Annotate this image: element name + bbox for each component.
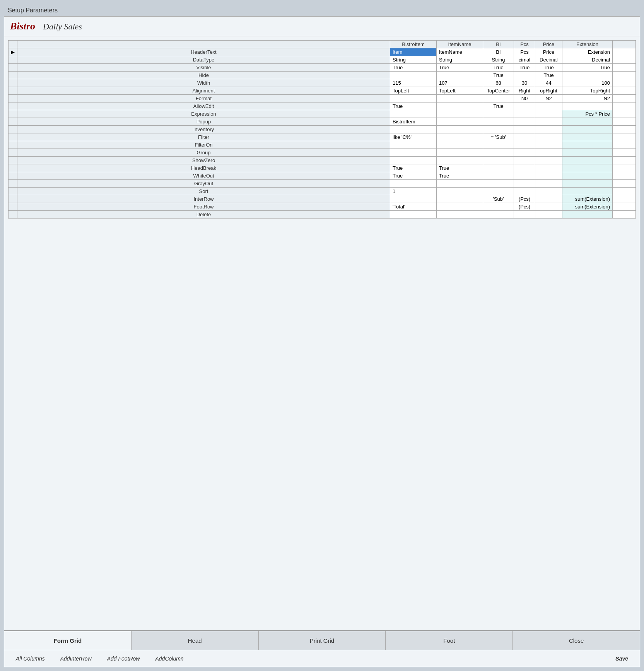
cell-price[interactable] bbox=[535, 195, 562, 203]
cell-bi[interactable] bbox=[483, 110, 514, 118]
table-row[interactable]: ShowZero bbox=[9, 157, 636, 164]
cell-extension[interactable]: 100 bbox=[562, 79, 613, 87]
cell-bi[interactable]: TopCenter bbox=[483, 87, 514, 95]
cell-bistroitem[interactable]: True bbox=[390, 64, 437, 72]
cell-itemname[interactable] bbox=[437, 180, 483, 188]
cell-bi[interactable] bbox=[483, 126, 514, 133]
cell-itemname[interactable] bbox=[437, 149, 483, 157]
cell-price[interactable]: 44 bbox=[535, 79, 562, 87]
cell-itemname[interactable] bbox=[437, 95, 483, 102]
cell-pcs[interactable] bbox=[514, 211, 535, 219]
cell-price[interactable] bbox=[535, 157, 562, 164]
cell-itemname[interactable] bbox=[437, 211, 483, 219]
cell-itemname[interactable]: 107 bbox=[437, 79, 483, 87]
cell-bistroitem[interactable]: 1 bbox=[390, 188, 437, 195]
cell-bistroitem[interactable] bbox=[390, 149, 437, 157]
cell-price[interactable] bbox=[535, 110, 562, 118]
cell-bistroitem[interactable]: TopLeft bbox=[390, 87, 437, 95]
cell-pcs[interactable] bbox=[514, 164, 535, 172]
cell-bi[interactable] bbox=[483, 149, 514, 157]
table-row[interactable]: ▶HeaderTextItemItemNameBIPcsPriceExtensi… bbox=[9, 48, 636, 56]
cell-extension[interactable] bbox=[562, 126, 613, 133]
cell-extension[interactable]: Extension bbox=[562, 48, 613, 56]
cell-pcs[interactable] bbox=[514, 180, 535, 188]
cell-price[interactable] bbox=[535, 188, 562, 195]
cell-price[interactable]: True bbox=[535, 64, 562, 72]
table-row[interactable]: FootRow'Total'(Pcs)sum(Extension) bbox=[9, 203, 636, 211]
cell-extension[interactable] bbox=[562, 188, 613, 195]
cell-bi[interactable]: 68 bbox=[483, 79, 514, 87]
cell-pcs[interactable] bbox=[514, 118, 535, 126]
cell-price[interactable]: opRight bbox=[535, 87, 562, 95]
table-row[interactable]: Width115107683044100 bbox=[9, 79, 636, 87]
cell-bistroitem[interactable] bbox=[390, 110, 437, 118]
cell-extension[interactable] bbox=[562, 102, 613, 110]
cell-itemname[interactable]: String bbox=[437, 56, 483, 64]
cell-price[interactable]: True bbox=[535, 72, 562, 79]
cell-pcs[interactable]: (Pcs) bbox=[514, 203, 535, 211]
table-row[interactable]: AlignmentTopLeftTopLeftTopCenterRightopR… bbox=[9, 87, 636, 95]
cell-bistroitem[interactable]: 'Total' bbox=[390, 203, 437, 211]
cell-pcs[interactable] bbox=[514, 157, 535, 164]
cell-bistroitem[interactable] bbox=[390, 211, 437, 219]
cell-bi[interactable]: = 'Sub' bbox=[483, 133, 514, 141]
cell-bistroitem[interactable]: True bbox=[390, 102, 437, 110]
cell-itemname[interactable] bbox=[437, 126, 483, 133]
cell-itemname[interactable] bbox=[437, 157, 483, 164]
cell-pcs[interactable] bbox=[514, 188, 535, 195]
cell-price[interactable] bbox=[535, 118, 562, 126]
all-columns-button[interactable]: All Columns bbox=[8, 654, 53, 663]
add-foot-row-button[interactable]: Add FootRow bbox=[99, 654, 148, 663]
cell-itemname[interactable] bbox=[437, 102, 483, 110]
cell-extension[interactable]: sum(Extension) bbox=[562, 195, 613, 203]
cell-price[interactable] bbox=[535, 133, 562, 141]
cell-extension[interactable] bbox=[562, 164, 613, 172]
cell-bi[interactable]: True bbox=[483, 64, 514, 72]
cell-bi[interactable]: String bbox=[483, 56, 514, 64]
cell-extension[interactable] bbox=[562, 133, 613, 141]
table-row[interactable]: Delete bbox=[9, 211, 636, 219]
cell-bi[interactable]: True bbox=[483, 72, 514, 79]
cell-extension[interactable] bbox=[562, 172, 613, 180]
table-row[interactable]: GrayOut bbox=[9, 180, 636, 188]
cell-bi[interactable] bbox=[483, 118, 514, 126]
cell-extension[interactable] bbox=[562, 72, 613, 79]
table-row[interactable]: HideTrueTrue bbox=[9, 72, 636, 79]
tab-print-grid[interactable]: Print Grid bbox=[259, 631, 386, 650]
table-row[interactable]: Sort1 bbox=[9, 188, 636, 195]
cell-price[interactable]: Decimal bbox=[535, 56, 562, 64]
cell-price[interactable] bbox=[535, 141, 562, 149]
cell-bi[interactable] bbox=[483, 164, 514, 172]
cell-bi[interactable] bbox=[483, 203, 514, 211]
cell-price[interactable] bbox=[535, 211, 562, 219]
cell-bistroitem[interactable]: like 'C%' bbox=[390, 133, 437, 141]
cell-pcs[interactable] bbox=[514, 102, 535, 110]
cell-pcs[interactable]: 30 bbox=[514, 79, 535, 87]
cell-pcs[interactable] bbox=[514, 126, 535, 133]
cell-pcs[interactable]: Right bbox=[514, 87, 535, 95]
cell-bi[interactable] bbox=[483, 157, 514, 164]
table-row[interactable]: AllowEditTrueTrue bbox=[9, 102, 636, 110]
cell-bistroitem[interactable]: True bbox=[390, 164, 437, 172]
cell-extension[interactable]: sum(Extension) bbox=[562, 203, 613, 211]
cell-extension[interactable]: N2 bbox=[562, 95, 613, 102]
table-row[interactable]: Filterlike 'C%'= 'Sub' bbox=[9, 133, 636, 141]
cell-bistroitem[interactable] bbox=[390, 95, 437, 102]
cell-bi[interactable] bbox=[483, 141, 514, 149]
cell-pcs[interactable]: cimal bbox=[514, 56, 535, 64]
tab-form-grid[interactable]: Form Grid bbox=[4, 631, 132, 650]
cell-pcs[interactable]: True bbox=[514, 64, 535, 72]
cell-pcs[interactable]: Pcs bbox=[514, 48, 535, 56]
cell-price[interactable] bbox=[535, 126, 562, 133]
cell-price[interactable] bbox=[535, 172, 562, 180]
table-row[interactable]: InterRow'Sub'(Pcs)sum(Extension) bbox=[9, 195, 636, 203]
cell-itemname[interactable] bbox=[437, 118, 483, 126]
cell-extension[interactable] bbox=[562, 118, 613, 126]
cell-itemname[interactable]: ItemName bbox=[437, 48, 483, 56]
cell-bistroitem[interactable]: BistroItem bbox=[390, 118, 437, 126]
cell-bistroitem[interactable]: Item bbox=[390, 48, 437, 56]
cell-price[interactable]: N2 bbox=[535, 95, 562, 102]
cell-pcs[interactable]: (Pcs) bbox=[514, 195, 535, 203]
cell-itemname[interactable]: True bbox=[437, 64, 483, 72]
cell-bistroitem[interactable] bbox=[390, 72, 437, 79]
